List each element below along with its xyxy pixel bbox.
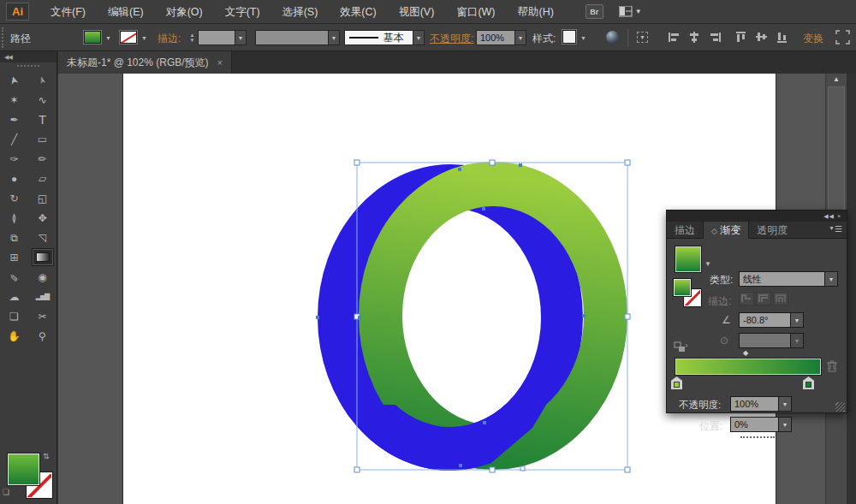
panel-resize-handle[interactable] [835,402,845,412]
zoom-tool[interactable]: ⚲ [32,327,54,345]
panel-menu-icon[interactable]: ▼☰ [829,224,842,234]
gradient-stop-light[interactable] [671,377,682,389]
swap-fill-stroke-icon[interactable]: ⇄ [42,453,51,460]
align-right-icon[interactable] [709,31,722,44]
chevron-down-icon[interactable]: ▼ [141,35,147,41]
stroke-gradient-within-button[interactable] [739,292,754,305]
close-icon[interactable]: × [217,57,223,68]
location-dropdown[interactable]: ▼ [779,417,792,432]
brush-dropdown[interactable]: ▼ [413,30,425,45]
stroke-gradient-along-button[interactable] [756,292,771,305]
fill-proxy[interactable] [674,279,691,296]
align-options-dropdown[interactable]: ▼ [637,32,648,43]
bridge-button[interactable]: Br [586,4,603,19]
tab-gradient[interactable]: ◇ 渐变 [703,222,749,239]
pencil-tool[interactable]: ✏ [32,150,54,168]
gradient-type-select[interactable]: 线性 [739,271,825,287]
workspace-switcher-button[interactable]: ▼ [619,6,642,17]
fill-color-proxy[interactable] [8,454,39,485]
menu-edit[interactable]: 编辑(E) [97,0,155,24]
type-tool[interactable]: T [32,110,54,128]
gradient-panel[interactable]: ◀◀ × 描边 ◇ 渐变 透明度 ▼☰ ▼ 类型: 线性 ▼ 描边: ∠ -80… [666,210,847,413]
tab-transparency[interactable]: 透明度 [749,222,795,238]
shape-builder-tool[interactable]: ⧉ [3,228,26,246]
column-graph-tool[interactable]: ▂▅▇ [32,288,54,305]
artboard-tool[interactable]: ❏ [3,307,26,325]
stop-opacity-dropdown[interactable]: ▼ [779,396,792,412]
slice-tool[interactable]: ✂ [32,307,54,325]
stroke-color-swatch[interactable] [120,31,137,44]
brush-definition-select[interactable]: 基本 [344,30,413,45]
menu-help[interactable]: 帮助(H) [507,0,565,24]
align-bottom-icon[interactable] [776,31,788,44]
transform-label[interactable]: 变换 [803,32,823,46]
paintbrush-tool[interactable]: ✑ [3,150,26,168]
opacity-label[interactable]: 不透明度: [430,32,473,46]
graphic-style-swatch[interactable] [562,30,576,44]
menu-window[interactable]: 窗口(W) [445,0,506,24]
line-segment-tool[interactable]: ╱ [3,130,26,148]
document-setup-globe-icon[interactable] [606,31,619,44]
tab-stroke[interactable]: 描边 [667,222,703,238]
angle-input[interactable]: -80.8° [739,312,791,328]
lasso-tool[interactable]: ∿ [32,91,54,109]
opacity-dropdown[interactable]: ▼ [515,30,526,45]
menu-object[interactable]: 对象(O) [155,0,214,24]
width-tool[interactable]: ≬ [3,209,26,227]
menu-select[interactable]: 选择(S) [271,0,330,24]
gradient-stop-dark[interactable] [803,377,814,389]
panel-grip[interactable] [17,65,39,68]
chevron-down-icon[interactable]: ▼ [704,260,711,268]
reverse-gradient-icon[interactable] [674,341,688,353]
gradient-fill-swatch[interactable] [675,246,701,272]
menu-type[interactable]: 文字(T) [214,0,271,24]
default-fill-stroke-icon[interactable]: ❏ [3,488,9,496]
rotate-tool[interactable]: ↻ [3,189,26,207]
pen-tool[interactable]: ✒ [3,110,26,128]
constrain-proportions-icon[interactable] [835,30,850,44]
eraser-tool[interactable]: ▱ [32,169,54,187]
type-dropdown[interactable]: ▼ [825,271,838,287]
variable-width-profile-select[interactable] [255,30,329,45]
menu-view[interactable]: 视图(V) [388,0,446,24]
panel-header[interactable]: ◀◀ × [667,210,847,222]
opacity-input[interactable]: 100% [476,30,515,45]
align-center-vertical-icon[interactable] [755,31,768,44]
scroll-up-arrow[interactable]: ▲ [826,75,847,83]
magic-wand-tool[interactable]: ✶ [3,91,26,109]
collapse-panel-button[interactable]: ◀◀ [0,51,56,62]
eyedropper-tool[interactable]: ✎ [3,268,26,286]
direct-selection-tool[interactable]: ➢ [32,71,54,89]
symbol-sprayer-tool[interactable]: ☁ [3,288,26,305]
gradient-midpoint-marker[interactable]: ◆ [743,349,748,357]
hand-tool[interactable]: ✋ [3,327,26,345]
perspective-grid-tool[interactable]: ◹ [32,228,54,246]
fill-color-swatch[interactable] [84,31,101,44]
panel-grip[interactable] [2,27,4,48]
document-tab[interactable]: 未标题-1* @ 102% (RGB/预览) × [58,51,232,74]
stop-opacity-input[interactable]: 100% [730,396,779,412]
blend-tool[interactable]: ◉ [32,268,54,286]
gradient-slider-bar[interactable] [675,359,821,375]
free-transform-tool[interactable]: ✥ [32,209,54,227]
selection-tool[interactable]: ➤ [3,71,26,89]
chevron-down-icon[interactable]: ▼ [580,35,586,41]
align-center-horizontal-icon[interactable] [688,31,701,44]
align-left-icon[interactable] [668,31,681,44]
stroke-weight-label[interactable]: 描边: [158,32,181,46]
location-input[interactable]: 0% [730,417,779,432]
scale-tool[interactable]: ◱ [32,189,54,207]
gradient-tool[interactable] [32,248,54,266]
align-top-icon[interactable] [734,31,747,44]
profile-dropdown[interactable]: ▼ [329,30,340,45]
panel-grip[interactable] [740,436,775,439]
stroke-gradient-across-button[interactable] [773,292,788,305]
menu-file[interactable]: 文件(F) [39,0,97,24]
chevron-down-icon[interactable]: ▼ [105,35,111,41]
stroke-weight-stepper[interactable]: ▲▼ [188,30,196,45]
blob-brush-tool[interactable]: ● [3,169,26,187]
mesh-tool[interactable]: ⊞ [3,248,26,266]
angle-dropdown[interactable]: ▼ [791,312,804,328]
stroke-weight-dropdown[interactable]: ▼ [235,30,247,45]
stroke-weight-input[interactable] [198,30,235,45]
